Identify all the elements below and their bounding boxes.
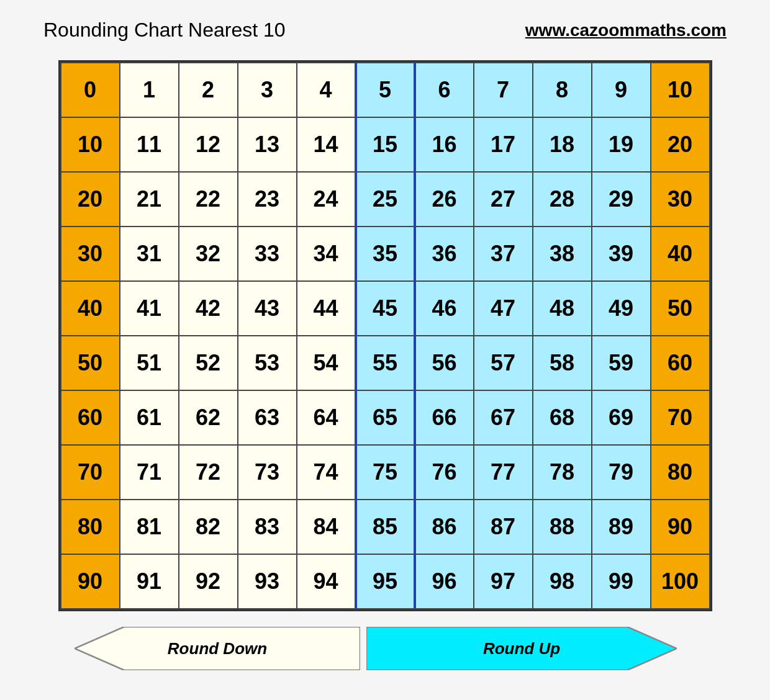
table-cell: 100 — [651, 554, 710, 609]
table-cell: 82 — [179, 500, 238, 554]
table-cell: 67 — [474, 390, 533, 445]
table-cell: 38 — [533, 227, 592, 281]
table-cell: 42 — [179, 281, 238, 336]
table-cell: 26 — [415, 172, 474, 227]
table-cell: 11 — [120, 117, 179, 172]
table-cell: 92 — [179, 554, 238, 609]
table-cell: 76 — [415, 445, 474, 500]
table-cell: 51 — [120, 336, 179, 390]
table-cell: 31 — [120, 227, 179, 281]
table-cell: 8 — [533, 63, 592, 117]
table-cell: 23 — [238, 172, 297, 227]
table-cell: 45 — [356, 281, 415, 336]
table-cell: 53 — [238, 336, 297, 390]
table-cell: 47 — [474, 281, 533, 336]
table-cell: 10 — [651, 63, 710, 117]
table-cell: 70 — [651, 390, 710, 445]
table-cell: 66 — [415, 390, 474, 445]
table-cell: 80 — [651, 445, 710, 500]
table-cell: 50 — [61, 336, 120, 390]
table-cell: 63 — [238, 390, 297, 445]
table-cell: 81 — [120, 500, 179, 554]
table-cell: 94 — [297, 554, 356, 609]
table-cell: 3 — [238, 63, 297, 117]
table-row: 012345678910 — [61, 63, 710, 117]
table-cell: 40 — [61, 281, 120, 336]
table-cell: 20 — [61, 172, 120, 227]
table-cell: 13 — [238, 117, 297, 172]
table-cell: 20 — [651, 117, 710, 172]
table-cell: 22 — [179, 172, 238, 227]
table-cell: 58 — [533, 336, 592, 390]
table-cell: 37 — [474, 227, 533, 281]
table-cell: 35 — [356, 227, 415, 281]
table-cell: 69 — [592, 390, 651, 445]
table-cell: 65 — [356, 390, 415, 445]
table-cell: 19 — [592, 117, 651, 172]
table-cell: 91 — [120, 554, 179, 609]
table-cell: 89 — [592, 500, 651, 554]
table-cell: 75 — [356, 445, 415, 500]
table-cell: 97 — [474, 554, 533, 609]
table-cell: 99 — [592, 554, 651, 609]
table-cell: 93 — [238, 554, 297, 609]
table-row: 1011121314151617181920 — [61, 117, 710, 172]
rounding-chart: 0123456789101011121314151617181920202122… — [60, 62, 710, 609]
website-link: www.cazoommaths.com — [525, 20, 727, 40]
table-row: 7071727374757677787980 — [61, 445, 710, 500]
table-cell: 44 — [297, 281, 356, 336]
table-cell: 49 — [592, 281, 651, 336]
table-cell: 4 — [297, 63, 356, 117]
table-cell: 43 — [238, 281, 297, 336]
table-cell: 21 — [120, 172, 179, 227]
table-cell: 1 — [120, 63, 179, 117]
table-cell: 25 — [356, 172, 415, 227]
table-cell: 18 — [533, 117, 592, 172]
table-cell: 46 — [415, 281, 474, 336]
table-cell: 24 — [297, 172, 356, 227]
table-cell: 61 — [120, 390, 179, 445]
table-cell: 78 — [533, 445, 592, 500]
table-row: 3031323334353637383940 — [61, 227, 710, 281]
table-cell: 73 — [238, 445, 297, 500]
table-cell: 72 — [179, 445, 238, 500]
table-cell: 17 — [474, 117, 533, 172]
round-up-arrow: Round Up — [366, 627, 677, 670]
table-row: 4041424344454647484950 — [61, 281, 710, 336]
table-cell: 71 — [120, 445, 179, 500]
table-cell: 55 — [356, 336, 415, 390]
table-cell: 34 — [297, 227, 356, 281]
table-cell: 14 — [297, 117, 356, 172]
arrows-container: Round Down Round Up — [75, 624, 695, 673]
table-cell: 87 — [474, 500, 533, 554]
table-cell: 95 — [356, 554, 415, 609]
table-cell: 12 — [179, 117, 238, 172]
table-cell: 80 — [61, 500, 120, 554]
table-cell: 41 — [120, 281, 179, 336]
table-cell: 77 — [474, 445, 533, 500]
table-cell: 39 — [592, 227, 651, 281]
table-cell: 88 — [533, 500, 592, 554]
table-cell: 60 — [651, 336, 710, 390]
table-cell: 28 — [533, 172, 592, 227]
round-up-label: Round Up — [483, 639, 560, 658]
table-row: 90919293949596979899100 — [61, 554, 710, 609]
table-cell: 30 — [651, 172, 710, 227]
header: Rounding Chart Nearest 10 www.cazoommath… — [43, 19, 727, 42]
table-cell: 50 — [651, 281, 710, 336]
table-cell: 70 — [61, 445, 120, 500]
table-cell: 84 — [297, 500, 356, 554]
table-cell: 57 — [474, 336, 533, 390]
table-cell: 30 — [61, 227, 120, 281]
table-cell: 0 — [61, 63, 120, 117]
table-cell: 6 — [415, 63, 474, 117]
table-row: 5051525354555657585960 — [61, 336, 710, 390]
table-cell: 54 — [297, 336, 356, 390]
table-cell: 59 — [592, 336, 651, 390]
table-cell: 79 — [592, 445, 651, 500]
table-cell: 62 — [179, 390, 238, 445]
table-row: 8081828384858687888990 — [61, 500, 710, 554]
table-cell: 48 — [533, 281, 592, 336]
table-cell: 64 — [297, 390, 356, 445]
table-cell: 74 — [297, 445, 356, 500]
